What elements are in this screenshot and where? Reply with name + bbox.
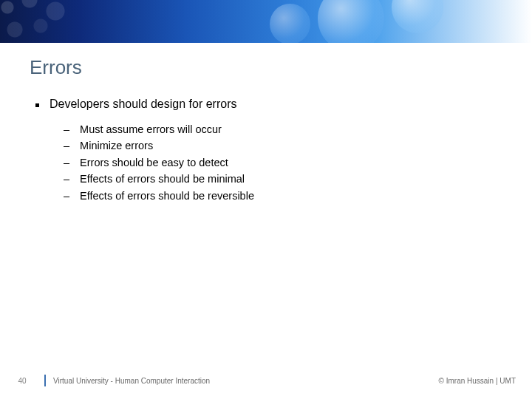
slide-title: Errors: [30, 56, 82, 79]
sub-bullet-text: Must assume errors will occur: [80, 121, 222, 137]
dash-icon: –: [64, 188, 69, 204]
dash-icon: –: [64, 121, 69, 137]
sub-bullet-text: Effects of errors should be minimal: [80, 171, 245, 187]
sub-bullet-text: Minimize errors: [80, 137, 153, 154]
sub-bullet-item: – Effects of errors should be minimal: [64, 171, 497, 187]
footer: 40 Virtual University - Human Computer I…: [0, 372, 532, 389]
sub-bullet-item: – Minimize errors: [64, 137, 497, 154]
sub-bullet-item: – Must assume errors will occur: [64, 121, 497, 137]
slide-body: Developers should design for errors – Mu…: [35, 98, 497, 204]
bullet-text: Developers should design for errors: [50, 98, 236, 111]
bubble-icon: [318, 0, 384, 43]
sub-bullet-item: – Effects of errors should be reversible: [64, 188, 497, 204]
page-number: 40: [0, 377, 44, 385]
bullet-dot-icon: [35, 103, 39, 107]
banner-graphic: [0, 0, 532, 43]
dash-icon: –: [64, 137, 69, 154]
dash-icon: –: [64, 171, 69, 187]
sub-bullet-text: Errors should be easy to detect: [80, 154, 228, 171]
sub-bullet-item: – Errors should be easy to detect: [64, 154, 497, 171]
bullet-item: Developers should design for errors: [35, 98, 497, 111]
footer-credit: © Imran Hussain | UMT: [439, 377, 532, 385]
sub-bullet-list: – Must assume errors will occur – Minimi…: [64, 121, 497, 204]
bubble-icon: [392, 0, 443, 33]
footer-course: Virtual University - Human Computer Inte…: [53, 377, 439, 385]
bubble-icon: [270, 4, 310, 43]
footer-separator-icon: [44, 375, 46, 386]
sub-bullet-text: Effects of errors should be reversible: [80, 188, 254, 204]
dash-icon: –: [64, 154, 69, 171]
slide: Errors Developers should design for erro…: [0, 0, 532, 399]
